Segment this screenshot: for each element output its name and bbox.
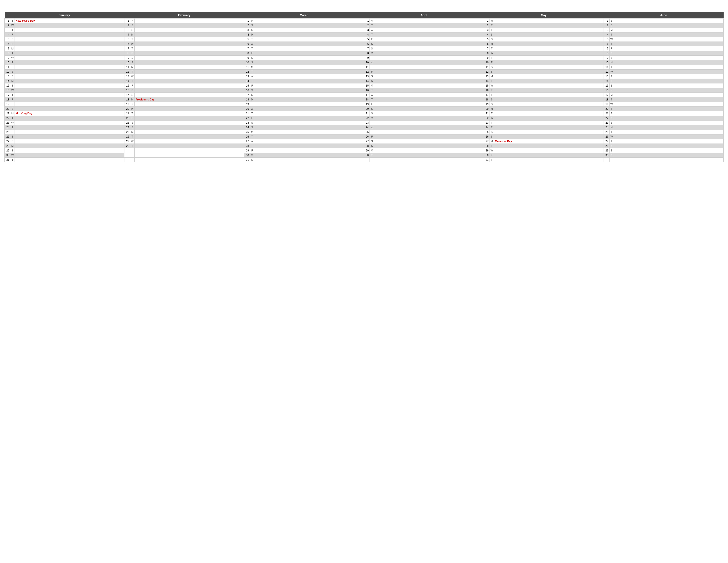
day-letter-mar-9: S — [250, 60, 254, 65]
holiday-jan-29 — [15, 153, 124, 158]
day-letter-mar-13: T — [250, 79, 254, 83]
month-header-feb: February — [124, 12, 244, 19]
holiday-apr-14 — [374, 83, 484, 88]
day-num-jun-26: 27 — [604, 139, 609, 144]
day-letter-may-8: T — [490, 56, 494, 60]
holiday-may-10 — [494, 65, 604, 70]
day-letter-jun-6: F — [609, 46, 614, 51]
day-num-feb-10: 11 — [124, 65, 130, 70]
day-num-jun-17: 18 — [604, 97, 609, 102]
day-num-feb-15: 16 — [124, 88, 130, 93]
day-num-mar-18: 19 — [244, 102, 250, 107]
day-num-may-25: 26 — [484, 134, 490, 139]
holiday-may-23 — [494, 125, 604, 130]
day-letter-apr-29: T — [370, 153, 374, 158]
holiday-apr-22 — [374, 120, 484, 125]
day-letter-jun-14: S — [609, 83, 614, 88]
day-letter-apr-21: M — [370, 116, 374, 120]
day-num-feb-21: 22 — [124, 116, 130, 120]
holiday-jun-5 — [614, 42, 723, 46]
day-num-apr-7: 8 — [364, 51, 370, 56]
holiday-feb-22 — [135, 120, 244, 125]
day-letter-jan-7: T — [10, 51, 15, 56]
holiday-apr-9 — [374, 60, 484, 65]
day-letter-jan-28: T — [10, 148, 15, 153]
holiday-jan-10 — [15, 65, 124, 70]
day-num-jan-19: 20 — [5, 107, 10, 111]
holiday-jan-8 — [15, 56, 124, 60]
day-num-feb-23: 24 — [124, 125, 130, 130]
day-letter-may-23: F — [490, 125, 494, 130]
day-num-mar-9: 10 — [244, 60, 250, 65]
day-num-may-22: 23 — [484, 120, 490, 125]
day-num-mar-26: 27 — [244, 139, 250, 144]
day-num-may-4: 5 — [484, 37, 490, 42]
day-num-mar-20: 21 — [244, 111, 250, 116]
day-letter-feb-0: F — [130, 19, 135, 23]
day-letter-jun-12: T — [609, 74, 614, 79]
day-num-may-8: 9 — [484, 56, 490, 60]
day-letter-may-12: M — [490, 74, 494, 79]
holiday-feb-27 — [135, 144, 244, 148]
day-letter-feb-25: T — [130, 134, 135, 139]
day-num-jun-1: 2 — [604, 23, 609, 28]
day-num-feb-2: 3 — [124, 28, 130, 32]
day-num-jan-28: 29 — [5, 148, 10, 153]
holiday-may-24 — [494, 130, 604, 134]
holiday-jan-6 — [15, 46, 124, 51]
day-letter-jun-23: M — [609, 125, 614, 130]
day-num-jun-23: 24 — [604, 125, 609, 130]
holiday-apr-28 — [374, 148, 484, 153]
day-num-jun-15: 16 — [604, 88, 609, 93]
day-letter-feb-3: M — [130, 32, 135, 37]
holiday-jan-30 — [15, 158, 124, 162]
holiday-may-27 — [494, 144, 604, 148]
day-num-jun-18: 19 — [604, 102, 609, 107]
holiday-may-1 — [494, 23, 604, 28]
day-letter-may-25: S — [490, 134, 494, 139]
day-letter-jan-29: W — [10, 153, 15, 158]
day-letter-jun-22: S — [609, 120, 614, 125]
holiday-apr-2 — [374, 28, 484, 32]
day-letter-jan-9: T — [10, 60, 15, 65]
holiday-apr-12 — [374, 74, 484, 79]
holiday-apr-7 — [374, 51, 484, 56]
holiday-apr-13 — [374, 79, 484, 83]
day-letter-apr-10: T — [370, 65, 374, 70]
holiday-mar-13 — [254, 79, 364, 83]
holiday-jan-26 — [15, 139, 124, 144]
holiday-feb-8 — [135, 56, 244, 60]
holiday-feb-26 — [135, 139, 244, 144]
day-num-apr-20: 21 — [364, 111, 370, 116]
day-num-apr-14: 15 — [364, 83, 370, 88]
holiday-jun-10 — [614, 65, 723, 70]
day-letter-jun-21: S — [609, 116, 614, 120]
day-letter-may-18: S — [490, 102, 494, 107]
day-letter-feb-21: F — [130, 116, 135, 120]
day-letter-apr-5: S — [370, 42, 374, 46]
day-letter-mar-30: S — [250, 158, 254, 162]
day-num-jan-6: 7 — [5, 46, 10, 51]
day-letter-may-20: T — [490, 111, 494, 116]
day-num-jan-23: 24 — [5, 125, 10, 130]
day-letter-feb-20: T — [130, 111, 135, 116]
day-num-jun-5: 6 — [604, 42, 609, 46]
day-letter-apr-17: T — [370, 97, 374, 102]
day-letter-may-30: F — [490, 158, 494, 162]
day-num-may-5: 6 — [484, 42, 490, 46]
day-letter-may-3: S — [490, 32, 494, 37]
holiday-mar-16 — [254, 93, 364, 97]
day-num-jan-24: 25 — [5, 130, 10, 134]
holiday-feb-19 — [135, 107, 244, 111]
day-letter-may-10: S — [490, 65, 494, 70]
holiday-apr-6 — [374, 46, 484, 51]
holiday-jan-5 — [15, 42, 124, 46]
holiday-may-11 — [494, 70, 604, 74]
holiday-may-5 — [494, 42, 604, 46]
day-letter-may-7: W — [490, 51, 494, 56]
day-num-jan-13: 14 — [5, 79, 10, 83]
day-num-jan-12: 13 — [5, 74, 10, 79]
day-num-apr-4: 5 — [364, 37, 370, 42]
day-num-feb-25: 26 — [124, 134, 130, 139]
holiday-mar-3 — [254, 32, 364, 37]
